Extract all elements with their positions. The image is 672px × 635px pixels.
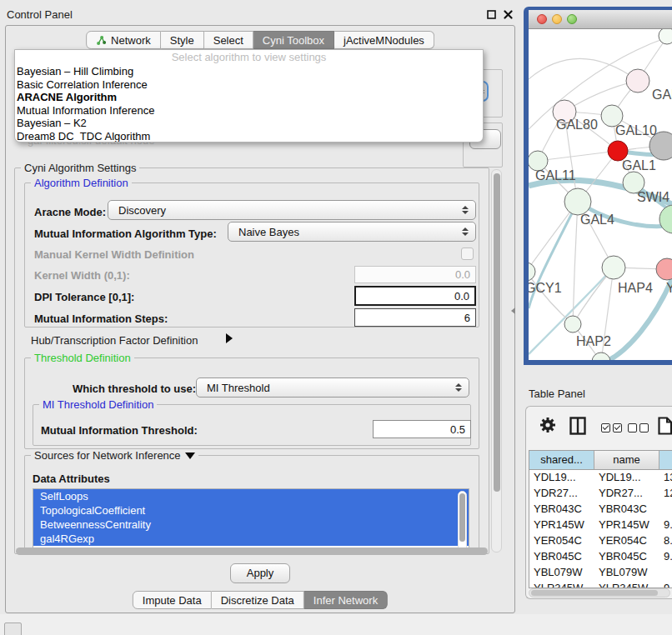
network-node-gcy1[interactable] — [529, 262, 535, 281]
table-hscroll-thumb[interactable] — [531, 590, 658, 596]
table-row[interactable]: YER054CYER054C8. — [529, 533, 672, 549]
settings-scrollbar-thumb[interactable] — [494, 173, 500, 492]
mi-steps-input[interactable] — [354, 308, 476, 327]
table-cell: YBR045C — [529, 549, 594, 565]
table-row[interactable]: YDL19...YDL19...13 — [529, 470, 672, 486]
kernel-width-label: Kernel Width (0,1): — [34, 269, 130, 282]
tab-network[interactable]: Network — [86, 31, 161, 49]
network-node-gal[interactable] — [626, 69, 649, 92]
sources-title: Sources for Network Inference — [34, 449, 181, 462]
attributes-scrollbar-thumb[interactable] — [459, 493, 465, 542]
settings-vertical-scrollbar[interactable] — [491, 169, 502, 552]
mi-type-label: Mutual Information Algorithm Type: — [34, 228, 217, 240]
float-window-icon[interactable] — [487, 9, 496, 22]
data-attribute-item[interactable]: TopologicalCoefficient — [33, 503, 469, 518]
control-panel-titlebar: Control Panel — [2, 5, 515, 25]
network-node[interactable] — [592, 352, 610, 361]
network-node-hap4[interactable] — [602, 256, 625, 279]
settings-horizontal-scrollbar[interactable] — [16, 548, 488, 555]
network-node[interactable] — [659, 29, 672, 44]
tab-impute-data[interactable]: Impute Data — [133, 591, 212, 609]
which-threshold-label: Which threshold to use: — [73, 382, 196, 395]
split-panel-icon[interactable] — [569, 417, 586, 438]
dpi-tolerance-input[interactable] — [354, 286, 476, 306]
table-row[interactable]: YBR043CYBR043C — [529, 502, 672, 518]
data-attribute-item[interactable]: SelfLoops — [33, 489, 469, 503]
algorithm-option[interactable]: Dream8 DC_TDC Algorithm — [15, 130, 483, 142]
tab-label: Infer Network — [313, 594, 378, 607]
tab-select[interactable]: Select — [204, 31, 253, 49]
collapsed-panel-icon[interactable] — [4, 622, 22, 635]
table-horizontal-scrollbar[interactable] — [529, 588, 670, 598]
mi-threshold-group-title: MI Threshold Definition — [43, 398, 153, 411]
which-threshold-combo[interactable]: MI Threshold — [196, 378, 469, 398]
mi-threshold-input[interactable] — [373, 420, 471, 438]
screenshot-root: Control Panel NetworkStyleSelectCyni Too… — [0, 0, 672, 635]
node-table[interactable]: shared...nameA YDL19...YDL19...13YDR27..… — [529, 450, 672, 588]
tab-style[interactable]: Style — [161, 31, 204, 49]
algorithm-option[interactable]: Basic Correlation Inference — [15, 78, 483, 92]
mi-threshold-label: Mutual Information Threshold: — [41, 424, 198, 437]
select-all-checks-icon[interactable] — [601, 421, 622, 436]
algorithm-option[interactable]: Bayesian – K2 — [15, 117, 483, 130]
sources-collapse-icon[interactable] — [185, 452, 195, 459]
close-icon[interactable] — [504, 9, 513, 22]
network-node-gal4[interactable] — [564, 188, 591, 215]
table-cell: 9. — [659, 549, 672, 565]
kernel-width-input — [354, 266, 476, 283]
data-attribute-item[interactable]: BetweennessCentrality — [33, 518, 469, 532]
aracne-mode-value: Discovery — [118, 204, 166, 217]
tab-cyni-toolbox[interactable]: Cyni Toolbox — [253, 31, 334, 49]
network-canvas[interactable]: GALGAL80GAL10GAL1GAL11SWI4GAL4GCY1HAP4YH… — [529, 29, 672, 361]
table-row[interactable]: YDR27...YDR27...12 — [529, 486, 672, 502]
minimize-traffic-icon[interactable] — [552, 14, 562, 24]
network-node-label: GAL1 — [622, 158, 656, 172]
hub-definition-toggle-label[interactable]: Hub/Transcription Factor Definition — [31, 334, 198, 347]
table-cell: YBR043C — [594, 502, 659, 518]
table-cell — [659, 565, 672, 581]
tab-infer-network[interactable]: Infer Network — [304, 591, 388, 609]
gear-icon[interactable] — [539, 417, 556, 437]
apply-button[interactable]: Apply — [230, 563, 290, 583]
algorithm-option[interactable]: Bayesian – Hill Climbing — [15, 65, 483, 78]
network-node-y[interactable] — [656, 258, 672, 280]
aracne-mode-combo[interactable]: Discovery — [108, 200, 476, 220]
tab-label: jActiveMNodules — [344, 34, 424, 47]
deselect-all-checks-icon[interactable] — [628, 421, 649, 436]
algorithm-definition-title: Algorithm Definition — [34, 177, 128, 189]
algorithm-option[interactable]: ARACNE Algorithm — [15, 91, 483, 104]
hub-expand-icon[interactable] — [226, 333, 233, 343]
data-attribute-item[interactable]: gal4RGexp — [33, 532, 469, 546]
network-window-titlebar[interactable] — [529, 10, 672, 29]
table-cell: YBL079W — [529, 565, 594, 581]
new-table-icon[interactable] — [658, 417, 672, 438]
column-header-2[interactable]: name — [594, 451, 659, 469]
table-cell: YDR27... — [594, 486, 659, 502]
table-cell: YER054C — [594, 533, 659, 549]
network-node-label: GCY1 — [529, 281, 562, 295]
table-row[interactable]: YBR045CYBR045C9. — [529, 549, 672, 565]
table-cell: YER054C — [529, 533, 594, 549]
close-traffic-icon[interactable] — [537, 14, 547, 24]
column-header-1[interactable]: shared... — [529, 451, 594, 469]
column-header-3[interactable]: A — [659, 451, 672, 469]
data-attributes-list[interactable]: SelfLoopsTopologicalCoefficientBetweenne… — [33, 488, 469, 554]
algorithm-dropdown: Select algorithm to view settings Bayesi… — [14, 49, 484, 142]
network-node[interactable] — [659, 205, 672, 233]
which-threshold-value: MI Threshold — [207, 382, 270, 394]
tab-label: Cyni Toolbox — [263, 34, 324, 47]
table-row[interactable]: YLR345WYLR345W9. — [529, 581, 672, 588]
panel-resize-grip[interactable] — [511, 308, 515, 314]
control-panel: NetworkStyleSelectCyni ToolboxjActiveMNo… — [5, 25, 515, 613]
mi-type-combo[interactable]: Naive Bayes — [228, 222, 476, 242]
algorithm-option[interactable]: Mutual Information Inference — [15, 104, 483, 118]
zoom-traffic-icon[interactable] — [567, 14, 577, 24]
table-cell: YLR345W — [529, 581, 594, 588]
table-row[interactable]: YBL079WYBL079W — [529, 565, 672, 581]
table-row[interactable]: YPR145WYPR145W9. — [529, 518, 672, 533]
network-node-label: GAL11 — [535, 168, 576, 182]
tab-discretize-data[interactable]: Discretize Data — [212, 591, 304, 609]
attributes-list-scrollbar[interactable] — [458, 491, 467, 552]
tab-jactivemnodules[interactable]: jActiveMNodules — [334, 31, 434, 49]
network-node-hap2[interactable] — [564, 316, 581, 332]
